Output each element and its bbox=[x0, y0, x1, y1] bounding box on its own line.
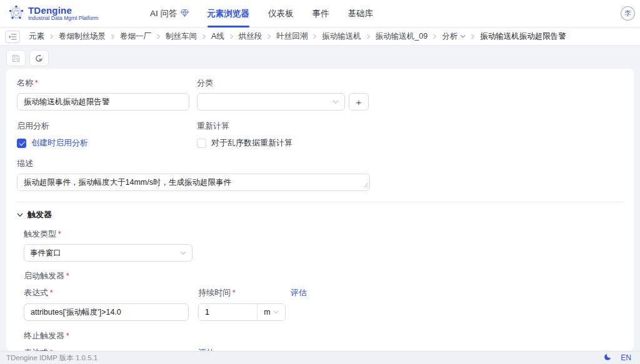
end-trigger-label: 终止触发器* bbox=[24, 330, 623, 342]
chevron-right-icon bbox=[229, 34, 234, 39]
description-label: 描述 bbox=[17, 158, 623, 169]
chevron-down-icon bbox=[332, 100, 339, 104]
breadcrumb-item[interactable]: 元素 bbox=[29, 31, 44, 42]
breadcrumb: 元素 卷烟制丝场景 卷烟一厂 制丝车间 A线 烘丝段 叶丝回潮 振动输送机 振动… bbox=[29, 31, 566, 42]
duration-label: 持续时间* bbox=[198, 287, 291, 298]
chevron-right-icon bbox=[432, 34, 437, 39]
gem-icon bbox=[181, 9, 189, 19]
trigger-section-header[interactable]: 触发器 bbox=[17, 209, 623, 220]
chevron-down-icon bbox=[17, 213, 23, 217]
expression-label: 表达式* bbox=[24, 287, 198, 298]
recalc-checkbox-row[interactable]: 对于乱序数据重新计算 bbox=[197, 137, 292, 149]
chevron-right-icon bbox=[471, 34, 475, 39]
duration-unit-select[interactable]: m bbox=[257, 304, 285, 320]
evaluate-link[interactable]: 评估 bbox=[291, 287, 307, 298]
toggle-tree-panel-button[interactable] bbox=[5, 31, 20, 43]
recalc-checkbox-label: 对于乱序数据重新计算 bbox=[211, 137, 292, 149]
panel-list-icon bbox=[9, 33, 17, 41]
user-avatar[interactable]: 李 bbox=[621, 6, 635, 21]
required-marker: * bbox=[35, 79, 38, 87]
save-button[interactable] bbox=[6, 50, 26, 66]
nav-events[interactable]: 事件 bbox=[312, 0, 329, 27]
chevron-right-icon bbox=[49, 34, 54, 39]
nav-element-browser[interactable]: 元素浏览器 bbox=[208, 0, 250, 27]
app-logo[interactable]: TDengine Industrial Data Mgmt Platform bbox=[0, 4, 98, 23]
trigger-section-title: 触发器 bbox=[28, 209, 52, 220]
chevron-down-icon bbox=[180, 251, 186, 255]
required-marker: * bbox=[50, 288, 53, 297]
chevron-down-icon bbox=[273, 310, 279, 314]
checkbox-checked-icon[interactable] bbox=[17, 139, 26, 148]
app-header: TDengine Industrial Data Mgmt Platform A… bbox=[0, 0, 640, 27]
nav-dashboard[interactable]: 仪表板 bbox=[268, 0, 294, 27]
duration-input-group: m bbox=[198, 303, 286, 321]
logo-title: TDengine bbox=[28, 6, 98, 16]
breadcrumb-item[interactable]: 烘丝段 bbox=[239, 31, 262, 42]
app-footer: TDengine IDMP 版本 1.0.5.1 EN bbox=[0, 351, 640, 364]
toolbar bbox=[6, 50, 49, 66]
duration-input[interactable] bbox=[199, 304, 257, 320]
chevron-right-icon bbox=[156, 34, 161, 39]
required-marker: * bbox=[232, 288, 236, 297]
chevron-right-icon bbox=[202, 34, 206, 39]
version-text: TDengine IDMP 版本 1.0.5.1 bbox=[6, 353, 98, 363]
required-marker: * bbox=[58, 230, 61, 239]
recalc-label: 重新计算 bbox=[197, 121, 292, 132]
logo-subtitle: Industrial Data Mgmt Platform bbox=[28, 16, 98, 21]
language-toggle[interactable]: EN bbox=[621, 353, 631, 362]
refresh-cancel-icon bbox=[35, 54, 43, 62]
tdengine-logo-icon bbox=[8, 4, 24, 23]
checkbox-unchecked-icon[interactable] bbox=[197, 139, 206, 148]
required-marker: * bbox=[66, 332, 69, 340]
breadcrumb-item[interactable]: 卷烟制丝场景 bbox=[59, 31, 106, 42]
breadcrumb-item[interactable]: 振动输送机_09 bbox=[376, 31, 428, 42]
name-label: 名称* bbox=[17, 77, 189, 89]
enable-analysis-label: 启用分析 bbox=[17, 121, 189, 132]
breadcrumb-bar: 元素 卷烟制丝场景 卷烟一厂 制丝车间 A线 烘丝段 叶丝回潮 振动输送机 振动… bbox=[0, 28, 640, 46]
category-select[interactable] bbox=[197, 93, 345, 111]
analysis-form-card: 名称* 分类 + 启用分析 创建时启用分析 重新计算 bbox=[6, 69, 634, 351]
category-label: 分类 bbox=[197, 77, 369, 89]
start-expression-input[interactable] bbox=[24, 303, 189, 321]
main-nav: AI 问答 元素浏览器 仪表板 事件 基础库 bbox=[150, 0, 373, 27]
nav-library[interactable]: 基础库 bbox=[348, 0, 374, 27]
trigger-type-label: 触发类型* bbox=[24, 229, 623, 240]
required-marker: * bbox=[66, 272, 69, 280]
save-icon bbox=[12, 54, 20, 62]
breadcrumb-item[interactable]: 卷烟一厂 bbox=[120, 31, 151, 42]
chevron-right-icon bbox=[111, 34, 115, 39]
enable-analysis-checkbox-label: 创建时启用分析 bbox=[31, 137, 88, 149]
add-category-button[interactable]: + bbox=[349, 93, 369, 111]
nav-ai-qa[interactable]: AI 问答 bbox=[150, 0, 189, 27]
breadcrumb-item[interactable]: A线 bbox=[211, 31, 224, 42]
moon-icon bbox=[604, 353, 612, 361]
description-textarea[interactable]: 振动超限事件，振动幅度大于14mm/s时，生成振动超限事件 bbox=[17, 174, 370, 191]
breadcrumb-item-analysis[interactable]: 分析 bbox=[442, 31, 466, 42]
breadcrumb-item[interactable]: 叶丝回潮 bbox=[276, 31, 308, 42]
chevron-right-icon bbox=[267, 34, 271, 39]
start-trigger-label: 启动触发器* bbox=[24, 270, 623, 282]
section-divider bbox=[17, 202, 623, 202]
discard-refresh-button[interactable] bbox=[29, 50, 49, 66]
enable-analysis-checkbox-row[interactable]: 创建时启用分析 bbox=[17, 137, 189, 149]
dark-mode-toggle[interactable] bbox=[604, 352, 612, 363]
breadcrumb-item-current: 振动输送机振动超限告警 bbox=[480, 31, 566, 42]
name-input[interactable] bbox=[17, 93, 189, 111]
breadcrumb-item[interactable]: 制丝车间 bbox=[166, 31, 197, 42]
chevron-down-icon bbox=[460, 34, 466, 39]
trigger-type-select[interactable]: 事件窗口 bbox=[24, 244, 192, 262]
breadcrumb-item[interactable]: 振动输送机 bbox=[322, 31, 361, 42]
chevron-right-icon bbox=[366, 34, 371, 39]
chevron-right-icon bbox=[312, 34, 317, 39]
